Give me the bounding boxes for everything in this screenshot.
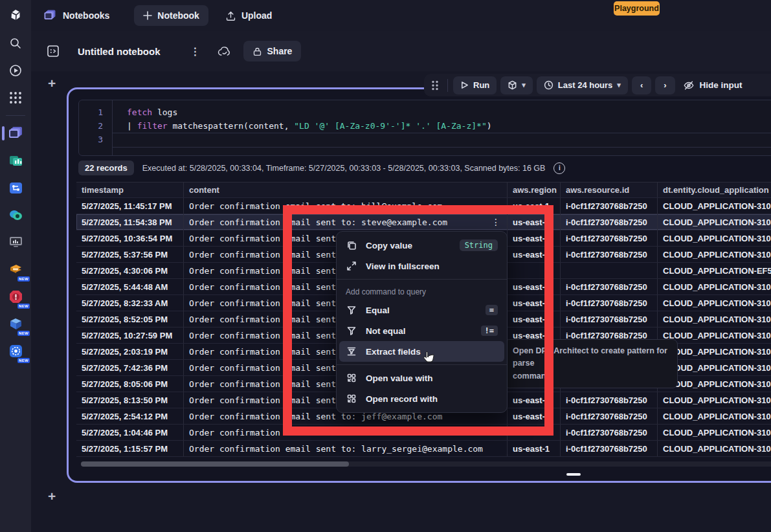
not-equal-operator-badge: != — [481, 326, 498, 336]
info-icon[interactable]: i — [553, 162, 565, 174]
new-badge: NEW — [17, 276, 30, 282]
cell-timestamp: 5/27/2025, 5:44:48 AM — [76, 279, 183, 294]
drag-handle-icon[interactable] — [428, 78, 442, 93]
table-row[interactable]: 5/27/2025, 11:45:17 PMOrder confirmation… — [76, 198, 771, 214]
cloud-sync-icon[interactable] — [218, 45, 232, 57]
sidebar-item-problems-new[interactable]: NEW — [0, 283, 31, 310]
menu-item-open-record-with[interactable]: Open record with — [337, 388, 507, 409]
dynatrace-logo-icon[interactable] — [0, 0, 31, 30]
cell-content: Order confirmation email sent to: larry_… — [183, 441, 507, 456]
menu-item-equal[interactable]: Equal = — [337, 300, 507, 320]
table-row[interactable]: 5/27/2025, 11:54:38 PMOrder confirmation… — [76, 214, 771, 230]
editor-cursor-line — [113, 133, 771, 148]
cell-aws-region: us-east-1 — [507, 311, 560, 327]
app-launcher-icon[interactable] — [0, 84, 31, 111]
cell-cloud-application: CLOUD_APPLICATION-310 — [657, 279, 771, 294]
lock-icon — [252, 47, 262, 56]
sidebar-item-settings-new[interactable]: NEW — [0, 337, 31, 364]
equal-label: Equal — [366, 305, 390, 315]
new-badge: NEW — [17, 358, 30, 363]
active-indicator — [2, 126, 5, 140]
upload-button[interactable]: Upload — [225, 10, 272, 21]
cell-cloud-application: CLOUD_APPLICATION-310 — [657, 247, 771, 262]
new-notebook-button[interactable]: Notebook — [134, 5, 208, 26]
cell-resize-handle[interactable] — [566, 473, 581, 476]
previous-timeframe-button[interactable]: ‹ — [632, 76, 651, 94]
results-info-bar: 22 records Executed at: 5/28/2025, 00:33… — [78, 161, 565, 175]
table-row[interactable]: 5/27/2025, 1:04:46 PMOrder confirmation … — [76, 425, 771, 441]
play-icon — [460, 81, 469, 89]
cell-timestamp: 5/27/2025, 5:37:56 PM — [76, 247, 183, 262]
menu-item-not-equal[interactable]: Not equal != — [337, 320, 507, 341]
table-header-row: timestamp content aws.region aws.resourc… — [76, 183, 771, 198]
copy-icon — [346, 240, 357, 250]
timeframe-selector[interactable]: Last 24 hours ▾ — [537, 76, 628, 94]
cell-timestamp: 5/27/2025, 4:30:06 PM — [76, 263, 183, 278]
sidebar-item-hosts-new[interactable]: NEW — [0, 310, 31, 337]
cell-timestamp: 5/27/2025, 8:13:50 PM — [76, 392, 183, 408]
share-button[interactable]: Share — [243, 41, 302, 61]
cell-timestamp: 5/27/2025, 11:45:17 PM — [76, 198, 183, 214]
not-equal-label: Not equal — [366, 326, 406, 336]
cell-cloud-application: CLOUD_APPLICATION-310 — [657, 198, 771, 214]
menu-item-copy-value[interactable]: Copy value String — [337, 235, 507, 256]
cell-aws-region: us-east-1 — [507, 425, 560, 440]
toolbar-divider — [447, 79, 448, 92]
next-timeframe-button[interactable]: › — [655, 76, 675, 94]
sidebar-item-clouds[interactable] — [0, 201, 31, 228]
column-header-timestamp[interactable]: timestamp — [76, 183, 183, 197]
sidebar-item-workflows[interactable] — [0, 174, 31, 201]
cell-cloud-application: CLOUD_APPLICATION-310 — [657, 214, 771, 230]
dql-query-editor[interactable]: 1 2 3 fetch logs | filter matchespattern… — [78, 100, 771, 156]
cell-timestamp: 5/27/2025, 11:54:38 PM — [76, 214, 183, 230]
getting-started-icon[interactable] — [0, 57, 31, 84]
upload-label: Upload — [241, 10, 272, 21]
notebook-menu-kebab-icon[interactable]: ⋮ — [190, 45, 201, 58]
cell-toolbar: Run ▾ Last 24 hours ▾ ‹ › Hide input — [424, 74, 771, 96]
horizontal-scrollbar[interactable] — [81, 461, 771, 467]
hide-input-button[interactable]: Hide input — [683, 80, 743, 91]
scrollbar-thumb[interactable] — [81, 461, 349, 467]
row-actions-kebab-icon[interactable]: ⋮ — [491, 217, 500, 227]
column-header-content[interactable]: content — [183, 183, 507, 197]
sidebar-item-notebooks[interactable] — [0, 120, 31, 147]
sidebar-item-logs-new[interactable]: NEW — [0, 256, 31, 283]
notebooks-app-brand[interactable]: Notebooks — [43, 8, 109, 23]
filter-icon — [346, 326, 357, 336]
sidebar-item-dashboards[interactable] — [0, 147, 31, 174]
value-context-menu: Copy value String View in fullscreen Add… — [336, 231, 508, 413]
add-section-button-top[interactable]: + — [48, 76, 56, 90]
visualization-picker-button[interactable]: ▾ — [500, 76, 533, 94]
column-header-aws-region[interactable]: aws.region — [507, 183, 560, 197]
cube-icon — [508, 80, 517, 90]
dpl-architect-tooltip: Open DPL Architect to create pattern for… — [504, 339, 678, 388]
share-label: Share — [267, 46, 293, 56]
cell-timestamp: 5/27/2025, 1:04:46 PM — [76, 425, 183, 440]
cell-aws-region: us-east-1 — [507, 230, 560, 246]
cell-aws-resource-id: i-0cf1f2730768b7250 — [560, 408, 657, 424]
cell-aws-resource-id: i-0cf1f2730768b7250 — [560, 425, 657, 440]
cell-aws-region: us-east-1 — [507, 214, 560, 230]
sidebar-item-infrastructure[interactable] — [0, 228, 31, 256]
cell-aws-region — [507, 263, 560, 278]
cell-content: Order confirmation email sent to: steve@… — [183, 214, 507, 230]
top-app-bar: Notebooks Notebook Upload — [31, 0, 771, 31]
table-row[interactable]: 5/27/2025, 1:15:57 PMOrder confirmation … — [76, 441, 771, 457]
notebook-title[interactable]: Untitled notebook — [78, 46, 161, 57]
menu-section-label: Add command to query — [337, 282, 507, 300]
cell-cloud-application: CLOUD_APPLICATION-310 — [657, 441, 771, 456]
search-icon[interactable] — [0, 30, 31, 57]
menu-item-open-value-with[interactable]: Open value with — [337, 368, 507, 388]
cell-aws-resource-id: i-0cf1f2730768b7250 — [560, 214, 657, 230]
run-button[interactable]: Run — [453, 76, 497, 94]
value-type-badge: String — [460, 239, 498, 251]
column-header-cloud-application[interactable]: dt.entity.cloud_application — [657, 183, 771, 197]
chevron-down-icon: ▾ — [522, 81, 526, 89]
cell-cloud-application: CLOUD_APPLICATION-EF5 — [657, 263, 771, 278]
column-header-aws-resource-id[interactable]: aws.resource.id — [560, 183, 657, 197]
cell-timestamp: 5/27/2025, 8:05:06 PM — [76, 376, 183, 392]
editor-code[interactable]: fetch logs | filter matchespattern(conte… — [113, 100, 771, 155]
menu-item-extract-fields[interactable]: Extract fields — [339, 341, 504, 362]
add-section-button-bottom[interactable]: + — [48, 489, 56, 503]
menu-item-view-fullscreen[interactable]: View in fullscreen — [337, 256, 507, 276]
